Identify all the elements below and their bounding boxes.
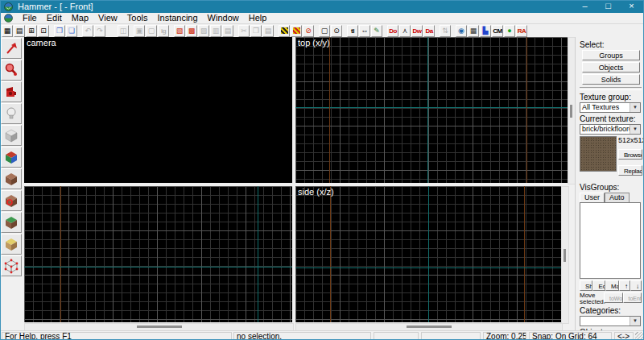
load-window-state-button[interactable]: ❐ <box>54 25 65 37</box>
menu-help[interactable]: Help <box>244 13 272 23</box>
apply-current-texture-tool[interactable] <box>1 168 22 189</box>
minimize-button[interactable]: – <box>573 0 597 13</box>
overlay-tool[interactable] <box>1 212 22 233</box>
smaller-grid-button[interactable]: ⊞ <box>26 25 37 37</box>
move-arrows-button[interactable]: ⇅ <box>440 25 451 37</box>
toggle-grid-button[interactable]: ▦ <box>2 25 13 37</box>
tool-palette <box>0 37 23 330</box>
block-tool[interactable] <box>1 125 22 146</box>
cut-button[interactable]: ✂ <box>238 25 250 37</box>
to-world-button[interactable]: toWorld <box>604 292 623 303</box>
menu-bar: File Edit Map View Tools Instancing Wind… <box>0 13 644 24</box>
viewport-side[interactable]: side (x/z) <box>295 186 561 322</box>
toggle-cordon-button[interactable]: ⊘ <box>303 25 314 37</box>
decal-tool[interactable] <box>1 190 22 211</box>
clipping-tool[interactable] <box>1 234 22 255</box>
ignore-groups-button[interactable]: ig <box>158 25 169 37</box>
browse-button[interactable]: Browse... <box>618 149 642 160</box>
displacement-w-button[interactable]: Dw <box>411 25 423 37</box>
hide-selected-button[interactable]: ▧ <box>174 25 185 37</box>
chevron-down-icon[interactable]: ▼ <box>630 103 640 112</box>
show-hidden-button[interactable]: ▨ <box>198 25 209 37</box>
show-all-button[interactable]: ▤ <box>222 25 233 37</box>
carve-button[interactable]: ◫ <box>118 25 129 37</box>
viewport-side-vscrollbar[interactable] <box>561 186 569 324</box>
edit-cordon-button[interactable] <box>291 25 302 37</box>
scrollbar-thumb[interactable] <box>570 105 572 118</box>
hide-unselected-button[interactable]: ▩ <box>186 25 197 37</box>
redo-button[interactable]: ↷ <box>94 25 105 37</box>
paintbrush-icon-button[interactable]: ✎ <box>371 25 382 37</box>
move-up-button[interactable]: ↑ <box>619 280 630 291</box>
texture-group-select[interactable]: All Textures ▼ <box>580 102 641 113</box>
viewport-side-label: side (x/z) <box>298 187 334 197</box>
displacement-o-button[interactable]: Do <box>387 25 398 37</box>
categories-select[interactable]: ▼ <box>580 316 641 326</box>
displacement-a-button[interactable]: Da <box>423 25 435 37</box>
hammer-window: Hammer - [ - Front] – □ × File Edit Map … <box>0 0 644 340</box>
tab-user[interactable]: User <box>580 193 605 202</box>
camera-tool[interactable] <box>1 81 22 102</box>
tab-auto[interactable]: Auto <box>605 193 630 202</box>
texture-scale-lock-button[interactable]: ⇔ <box>359 25 370 37</box>
edit-button[interactable]: Edit <box>592 280 605 291</box>
show-button[interactable]: Show <box>580 280 592 291</box>
cm-button[interactable]: CM <box>492 25 503 37</box>
menu-file[interactable]: File <box>18 13 42 23</box>
undo-button[interactable]: ↶ <box>82 25 93 37</box>
cordon-button[interactable] <box>279 25 290 37</box>
solids-button[interactable]: Solids <box>582 74 640 85</box>
visgroups-list[interactable] <box>580 202 641 279</box>
overlay-cube-icon <box>3 214 19 230</box>
texture-application-tool[interactable] <box>1 147 22 168</box>
groups-button[interactable]: Groups <box>582 50 640 60</box>
blue-blocks-button[interactable]: ▙ <box>480 25 491 37</box>
scrollbar-thumb[interactable] <box>564 249 566 262</box>
ungroup-button[interactable]: ▢ <box>146 25 157 37</box>
select-touching-button[interactable]: ▢ <box>319 25 330 37</box>
ra-button[interactable]: RA <box>516 25 527 37</box>
viewport-front[interactable] <box>24 186 292 322</box>
to-entity-button[interactable]: toEntity <box>623 292 642 303</box>
selection-tool[interactable] <box>1 38 22 59</box>
paste-button[interactable]: ▤ <box>262 25 274 37</box>
menu-map[interactable]: Map <box>67 13 93 23</box>
menu-instancing[interactable]: Instancing <box>152 13 202 23</box>
status-bar: For Help, press F1 no selection. Zoom: 0… <box>0 330 644 340</box>
viewport-top[interactable]: top (x/y) <box>295 37 568 183</box>
mark-button[interactable]: Mark <box>605 280 619 291</box>
scrollbar-thumb[interactable] <box>137 325 182 328</box>
entity-tool[interactable] <box>1 103 22 124</box>
maximize-button[interactable]: □ <box>597 0 620 13</box>
chevron-down-icon[interactable]: ▼ <box>630 317 640 325</box>
green-sphere-button[interactable]: ● <box>504 25 515 37</box>
toggle-3d-grid-button[interactable]: ▤ <box>14 25 25 37</box>
copy-button[interactable]: ❐ <box>250 25 262 37</box>
group-button[interactable]: ▣ <box>134 25 145 37</box>
save-window-state-button[interactable]: ❏ <box>66 25 77 37</box>
grid-window-button[interactable]: ▦ <box>468 25 479 37</box>
status-grid-indicator: <-> <box>614 332 634 340</box>
pickaxe-icon-button[interactable]: ⋏ <box>399 25 411 37</box>
magnify-tool[interactable] <box>1 60 22 81</box>
hide-all-button[interactable]: ▥ <box>210 25 221 37</box>
texture-lock-button[interactable]: tl <box>347 25 358 37</box>
objects-button[interactable]: Objects <box>582 62 640 73</box>
scrollbar-thumb[interactable] <box>407 325 452 328</box>
menu-edit[interactable]: Edit <box>42 13 67 23</box>
menu-window[interactable]: Window <box>203 13 244 23</box>
replace-button[interactable]: Replace... <box>618 165 642 176</box>
resize-grip[interactable] <box>635 332 643 340</box>
vertex-tool[interactable] <box>1 255 22 276</box>
globe-icon-button[interactable]: ◉ <box>456 25 467 37</box>
magnify-selection-button[interactable]: ⊙ <box>331 25 342 37</box>
menu-tools[interactable]: Tools <box>122 13 153 23</box>
close-button[interactable]: × <box>620 0 643 13</box>
viewport-camera[interactable]: camera <box>24 37 292 183</box>
menu-view[interactable]: View <box>93 13 122 23</box>
categories-label: Categories: <box>580 306 642 315</box>
current-texture-select[interactable]: brick/brickfloor001a ▼ <box>580 124 641 135</box>
larger-grid-button[interactable]: ⊡ <box>38 25 49 37</box>
move-down-button[interactable]: ↓ <box>630 280 642 291</box>
chevron-down-icon[interactable]: ▼ <box>630 125 640 134</box>
